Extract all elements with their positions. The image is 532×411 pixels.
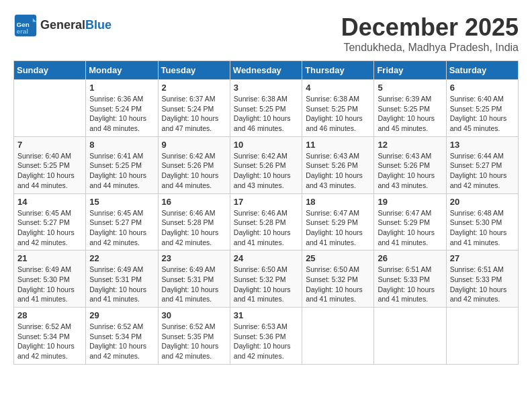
calendar-cell: 5 Sunrise: 6:39 AMSunset: 5:25 PMDayligh… — [374, 80, 446, 137]
day-number: 10 — [234, 140, 298, 150]
day-info: Sunrise: 6:45 AMSunset: 5:27 PMDaylight:… — [17, 208, 82, 248]
day-info: Sunrise: 6:53 AMSunset: 5:36 PMDaylight:… — [234, 322, 298, 361]
calendar-cell: 11 Sunrise: 6:43 AMSunset: 5:26 PMDaylig… — [302, 136, 374, 193]
calendar-cell: 8 Sunrise: 6:41 AMSunset: 5:25 PMDayligh… — [86, 136, 158, 193]
day-info: Sunrise: 6:52 AMSunset: 5:35 PMDaylight:… — [162, 322, 226, 361]
month-title: December 2025 — [341, 13, 519, 42]
calendar-cell: 10 Sunrise: 6:42 AMSunset: 5:26 PMDaylig… — [230, 136, 302, 193]
day-info: Sunrise: 6:44 AMSunset: 5:27 PMDaylight:… — [450, 151, 515, 191]
day-number: 31 — [234, 310, 298, 320]
calendar-cell: 12 Sunrise: 6:43 AMSunset: 5:26 PMDaylig… — [374, 136, 446, 193]
day-info: Sunrise: 6:42 AMSunset: 5:26 PMDaylight:… — [234, 151, 298, 191]
day-number: 11 — [306, 140, 370, 150]
svg-text:eral: eral — [17, 28, 29, 35]
day-number: 6 — [450, 83, 515, 93]
calendar-cell: 16 Sunrise: 6:46 AMSunset: 5:28 PMDaylig… — [158, 193, 230, 250]
day-number: 12 — [378, 140, 442, 150]
day-number: 13 — [450, 140, 515, 150]
day-info: Sunrise: 6:52 AMSunset: 5:34 PMDaylight:… — [17, 322, 82, 361]
week-row-2: 7 Sunrise: 6:40 AMSunset: 5:25 PMDayligh… — [14, 136, 519, 193]
day-info: Sunrise: 6:40 AMSunset: 5:25 PMDaylight:… — [450, 94, 515, 134]
calendar-cell: 18 Sunrise: 6:47 AMSunset: 5:29 PMDaylig… — [302, 193, 374, 250]
calendar-cell: 26 Sunrise: 6:51 AMSunset: 5:33 PMDaylig… — [374, 250, 446, 308]
calendar-cell: 29 Sunrise: 6:52 AMSunset: 5:34 PMDaylig… — [86, 308, 158, 365]
calendar-table: SundayMondayTuesdayWednesdayThursdayFrid… — [13, 60, 519, 365]
calendar-cell: 30 Sunrise: 6:52 AMSunset: 5:35 PMDaylig… — [158, 308, 230, 365]
weekday-header-row: SundayMondayTuesdayWednesdayThursdayFrid… — [14, 61, 519, 80]
page-header: Gen eral GeneralBlue December 2025 Tendu… — [13, 13, 519, 54]
day-number: 19 — [378, 197, 442, 207]
calendar-cell: 1 Sunrise: 6:36 AMSunset: 5:24 PMDayligh… — [86, 80, 158, 137]
calendar-cell: 7 Sunrise: 6:40 AMSunset: 5:25 PMDayligh… — [14, 136, 86, 193]
day-number: 30 — [162, 310, 226, 320]
day-number: 22 — [89, 253, 154, 263]
day-number: 3 — [234, 83, 298, 93]
day-number: 9 — [162, 140, 226, 150]
day-number: 2 — [162, 83, 226, 93]
logo: Gen eral GeneralBlue — [13, 13, 112, 38]
week-row-5: 28 Sunrise: 6:52 AMSunset: 5:34 PMDaylig… — [14, 308, 519, 365]
day-number: 24 — [234, 253, 298, 263]
day-info: Sunrise: 6:38 AMSunset: 5:25 PMDaylight:… — [234, 94, 298, 134]
weekday-header-monday: Monday — [86, 61, 158, 80]
calendar-cell — [374, 308, 446, 365]
day-info: Sunrise: 6:46 AMSunset: 5:28 PMDaylight:… — [162, 208, 226, 248]
day-info: Sunrise: 6:42 AMSunset: 5:26 PMDaylight:… — [162, 151, 226, 191]
day-number: 14 — [17, 197, 82, 207]
day-info: Sunrise: 6:40 AMSunset: 5:25 PMDaylight:… — [17, 151, 82, 191]
day-number: 4 — [306, 83, 370, 93]
weekday-header-saturday: Saturday — [446, 61, 518, 80]
calendar-cell: 31 Sunrise: 6:53 AMSunset: 5:36 PMDaylig… — [230, 308, 302, 365]
week-row-3: 14 Sunrise: 6:45 AMSunset: 5:27 PMDaylig… — [14, 193, 519, 250]
day-info: Sunrise: 6:49 AMSunset: 5:31 PMDaylight:… — [89, 265, 154, 304]
calendar-cell: 17 Sunrise: 6:46 AMSunset: 5:28 PMDaylig… — [230, 193, 302, 250]
calendar-cell: 28 Sunrise: 6:52 AMSunset: 5:34 PMDaylig… — [14, 308, 86, 365]
day-info: Sunrise: 6:43 AMSunset: 5:26 PMDaylight:… — [306, 151, 370, 191]
day-number: 1 — [89, 83, 154, 93]
day-number: 5 — [378, 83, 442, 93]
day-info: Sunrise: 6:36 AMSunset: 5:24 PMDaylight:… — [89, 94, 154, 134]
week-row-1: 1 Sunrise: 6:36 AMSunset: 5:24 PMDayligh… — [14, 80, 519, 137]
day-info: Sunrise: 6:48 AMSunset: 5:30 PMDaylight:… — [450, 208, 515, 248]
day-info: Sunrise: 6:52 AMSunset: 5:34 PMDaylight:… — [89, 322, 154, 361]
calendar-cell: 14 Sunrise: 6:45 AMSunset: 5:27 PMDaylig… — [14, 193, 86, 250]
title-block: December 2025 Tendukheda, Madhya Pradesh… — [341, 13, 519, 54]
day-number: 18 — [306, 197, 370, 207]
calendar-cell: 2 Sunrise: 6:37 AMSunset: 5:24 PMDayligh… — [158, 80, 230, 137]
calendar-cell: 21 Sunrise: 6:49 AMSunset: 5:30 PMDaylig… — [14, 250, 86, 308]
calendar-cell: 3 Sunrise: 6:38 AMSunset: 5:25 PMDayligh… — [230, 80, 302, 137]
day-number: 20 — [450, 197, 515, 207]
calendar-cell: 24 Sunrise: 6:50 AMSunset: 5:32 PMDaylig… — [230, 250, 302, 308]
day-info: Sunrise: 6:43 AMSunset: 5:26 PMDaylight:… — [378, 151, 442, 191]
calendar-cell — [14, 80, 86, 137]
calendar-cell: 15 Sunrise: 6:45 AMSunset: 5:27 PMDaylig… — [86, 193, 158, 250]
day-info: Sunrise: 6:45 AMSunset: 5:27 PMDaylight:… — [89, 208, 154, 248]
day-number: 27 — [450, 253, 515, 263]
day-number: 21 — [17, 253, 82, 263]
day-info: Sunrise: 6:39 AMSunset: 5:25 PMDaylight:… — [378, 94, 442, 134]
day-info: Sunrise: 6:47 AMSunset: 5:29 PMDaylight:… — [378, 208, 442, 248]
day-info: Sunrise: 6:49 AMSunset: 5:31 PMDaylight:… — [162, 265, 226, 304]
calendar-cell: 20 Sunrise: 6:48 AMSunset: 5:30 PMDaylig… — [446, 193, 518, 250]
weekday-header-sunday: Sunday — [14, 61, 86, 80]
day-number: 8 — [89, 140, 154, 150]
logo-icon: Gen eral — [13, 13, 38, 38]
day-info: Sunrise: 6:37 AMSunset: 5:24 PMDaylight:… — [162, 94, 226, 134]
day-number: 23 — [162, 253, 226, 263]
calendar-cell: 9 Sunrise: 6:42 AMSunset: 5:26 PMDayligh… — [158, 136, 230, 193]
day-number: 25 — [306, 253, 370, 263]
calendar-cell: 13 Sunrise: 6:44 AMSunset: 5:27 PMDaylig… — [446, 136, 518, 193]
day-number: 28 — [17, 310, 82, 320]
week-row-4: 21 Sunrise: 6:49 AMSunset: 5:30 PMDaylig… — [14, 250, 519, 308]
calendar-cell: 25 Sunrise: 6:50 AMSunset: 5:32 PMDaylig… — [302, 250, 374, 308]
day-info: Sunrise: 6:46 AMSunset: 5:28 PMDaylight:… — [234, 208, 298, 248]
day-number: 17 — [234, 197, 298, 207]
day-info: Sunrise: 6:50 AMSunset: 5:32 PMDaylight:… — [306, 265, 370, 304]
logo-text: GeneralBlue — [40, 19, 112, 32]
calendar-cell: 6 Sunrise: 6:40 AMSunset: 5:25 PMDayligh… — [446, 80, 518, 137]
location: Tendukheda, Madhya Pradesh, India — [341, 42, 519, 54]
calendar-cell — [446, 308, 518, 365]
day-number: 15 — [89, 197, 154, 207]
day-info: Sunrise: 6:41 AMSunset: 5:25 PMDaylight:… — [89, 151, 154, 191]
calendar-cell — [302, 308, 374, 365]
